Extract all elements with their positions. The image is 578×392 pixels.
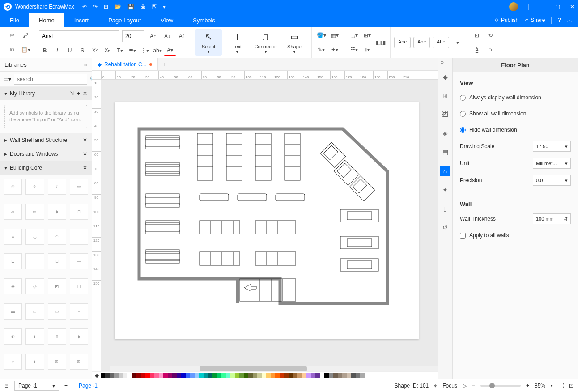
- new-icon[interactable]: ⊞: [104, 4, 108, 10]
- line-icon[interactable]: ✎▾: [315, 44, 327, 55]
- mylibrary-header[interactable]: My Library: [10, 90, 67, 97]
- add-icon[interactable]: +: [77, 90, 80, 97]
- collapse-left-icon[interactable]: «: [84, 61, 87, 68]
- shape-item[interactable]: ◫: [70, 278, 88, 294]
- redo-icon[interactable]: ↷: [93, 4, 98, 10]
- shape-item[interactable]: ⌐: [70, 229, 88, 245]
- color-swatch[interactable]: [226, 373, 230, 378]
- shape-tool[interactable]: ▭Shape▾: [281, 29, 308, 56]
- scrollbar-horizontal[interactable]: [110, 366, 438, 371]
- clear-format-icon[interactable]: A⃠: [176, 30, 187, 42]
- focus-target-icon[interactable]: ⌖: [434, 383, 437, 389]
- color-swatch[interactable]: [324, 373, 329, 378]
- color-swatch[interactable]: [204, 373, 208, 378]
- color-swatch[interactable]: [248, 373, 253, 378]
- play-icon[interactable]: ▷: [463, 383, 467, 389]
- color-swatch[interactable]: [356, 373, 360, 378]
- color-swatch[interactable]: [306, 373, 311, 378]
- color-swatch[interactable]: [257, 373, 262, 378]
- rotate-icon[interactable]: ⟲: [484, 30, 496, 41]
- font-theme-icon[interactable]: A̲: [471, 44, 483, 55]
- section-doors[interactable]: Doors and Windows: [10, 151, 80, 157]
- color-swatch[interactable]: [212, 373, 217, 378]
- shape-item[interactable]: ⌐: [70, 303, 88, 320]
- color-swatch[interactable]: [136, 373, 141, 378]
- library-menu-icon[interactable]: ☰▾: [4, 76, 11, 82]
- shape-item[interactable]: ◗: [48, 204, 66, 220]
- close-section-icon[interactable]: ✕: [83, 151, 87, 157]
- increase-font-icon[interactable]: A↑: [147, 30, 159, 42]
- shape-item[interactable]: ▬: [4, 303, 22, 320]
- color-swatch[interactable]: [217, 373, 221, 378]
- fill-icon[interactable]: 🪣▾: [315, 30, 327, 41]
- subscript-icon[interactable]: X₂: [102, 45, 113, 56]
- cut-icon[interactable]: ✂: [6, 30, 18, 41]
- shape-item[interactable]: ◉: [4, 278, 22, 294]
- import-icon[interactable]: ⇲: [70, 90, 74, 97]
- tab-pagelayout[interactable]: Page Layout: [98, 13, 151, 27]
- shape-item[interactable]: ⊔: [48, 253, 66, 269]
- theme-3[interactable]: Abc: [433, 37, 449, 48]
- color-swatch[interactable]: [275, 373, 280, 378]
- color-swatch[interactable]: [298, 373, 302, 378]
- distribute-icon[interactable]: ⫴▾: [361, 44, 373, 55]
- shadow-icon[interactable]: ▦▾: [329, 30, 340, 41]
- superscript-icon[interactable]: X²: [89, 45, 101, 56]
- library-search-input[interactable]: [14, 74, 87, 85]
- font-family-select[interactable]: [39, 30, 119, 42]
- image-panel-icon[interactable]: 🖼: [440, 109, 450, 120]
- connector-tool[interactable]: ⎍Connector▾: [252, 29, 279, 56]
- section-wall[interactable]: Wall Shell and Structure: [10, 137, 80, 143]
- color-swatch[interactable]: [190, 373, 195, 378]
- precision-select[interactable]: 0.0▾: [533, 175, 571, 186]
- theme-1[interactable]: Abc: [394, 37, 411, 48]
- close-section-icon[interactable]: ✕: [83, 90, 87, 97]
- unit-select[interactable]: Millimet...▾: [533, 158, 571, 169]
- zoom-in-icon[interactable]: +: [526, 383, 529, 389]
- shape-item[interactable]: ◖: [26, 328, 44, 345]
- shape-item[interactable]: ⊓: [70, 204, 88, 220]
- color-swatch[interactable]: [119, 373, 123, 378]
- shape-item[interactable]: ◗: [26, 354, 44, 370]
- qat-more-icon[interactable]: ▾: [163, 4, 166, 10]
- linespacing-icon[interactable]: ⋮▾: [139, 45, 151, 56]
- shape-item[interactable]: ▭: [70, 179, 88, 195]
- publish-button[interactable]: ✈ Publish: [495, 17, 518, 23]
- radio-always-display[interactable]: Always display wall dimension: [460, 93, 571, 102]
- paste-icon[interactable]: 📋▾: [20, 44, 31, 55]
- floorplan-panel-icon[interactable]: ⌂: [440, 166, 450, 176]
- layers-panel-icon[interactable]: ◈: [440, 128, 450, 139]
- color-swatch[interactable]: [347, 373, 351, 378]
- tab-file[interactable]: File: [0, 13, 29, 27]
- tab-view[interactable]: View: [151, 13, 183, 27]
- shape-item[interactable]: ≡: [4, 229, 22, 245]
- quick-style-icon[interactable]: ✦▾: [329, 44, 340, 55]
- color-swatch[interactable]: [235, 373, 239, 378]
- color-swatch[interactable]: [311, 373, 315, 378]
- color-swatch[interactable]: [150, 373, 154, 378]
- user-avatar[interactable]: [509, 2, 518, 11]
- color-swatch[interactable]: [123, 373, 128, 378]
- color-swatch[interactable]: [329, 373, 333, 378]
- color-swatch[interactable]: [128, 373, 132, 378]
- color-swatch[interactable]: [244, 373, 248, 378]
- underline-icon[interactable]: U: [64, 45, 76, 56]
- color-swatch[interactable]: [315, 373, 320, 378]
- shape-item[interactable]: ◎: [4, 179, 22, 195]
- focus-label[interactable]: Focus: [442, 383, 457, 389]
- tab-home[interactable]: Home: [29, 13, 64, 27]
- tab-insert[interactable]: Insert: [64, 13, 99, 27]
- page-fit-icon[interactable]: ⊡: [471, 30, 483, 41]
- open-icon[interactable]: 📂: [115, 4, 121, 10]
- color-swatch[interactable]: [289, 373, 293, 378]
- page-selector[interactable]: Page -1▾: [14, 381, 59, 391]
- select-tool[interactable]: ↖Select▾: [195, 29, 222, 56]
- presentation-panel-icon[interactable]: ▯: [440, 203, 450, 214]
- shape-item[interactable]: ▱: [4, 204, 22, 220]
- close-icon[interactable]: ✕: [570, 4, 574, 10]
- document-tab[interactable]: ◆ Rehabilitation C...: [92, 58, 158, 70]
- flip-icon[interactable]: ◧◨: [375, 37, 387, 48]
- copy-icon[interactable]: ⧉: [6, 44, 18, 55]
- color-picker-icon[interactable]: ◆: [95, 372, 99, 379]
- expand-right-icon[interactable]: »: [441, 59, 444, 65]
